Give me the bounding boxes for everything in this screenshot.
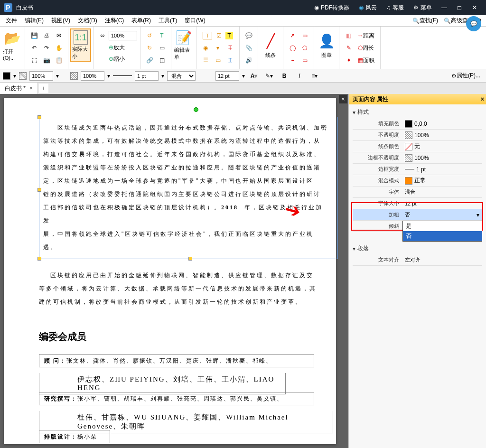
resize-handle-sw[interactable] [37, 257, 41, 261]
line-tool-button[interactable]: ╱ 线条 [260, 28, 281, 62]
properties-button[interactable]: ⚙属性(P)... [449, 70, 483, 82]
fengyun-button[interactable]: ◉风云 [354, 0, 382, 15]
checkbox-button[interactable]: ☑ [213, 30, 224, 41]
polyline-button[interactable]: ⌁ [287, 55, 298, 66]
menu-document[interactable]: 文档(D) [74, 16, 101, 26]
prop-line-color[interactable]: 线条颜色无 [353, 141, 482, 152]
chat-fab-button[interactable]: 💬 [466, 16, 481, 31]
menu-window[interactable]: 窗口(W) [181, 16, 209, 26]
menu-tool[interactable]: 工具(T) [155, 16, 181, 26]
rotate-left-button[interactable]: ↺ [144, 30, 155, 41]
fill-color-picker[interactable] [3, 72, 10, 80]
font-size-input[interactable] [215, 71, 239, 81]
edit-object-button[interactable]: ◫ [156, 55, 168, 66]
find-button[interactable]: 🔍查找(F) [410, 17, 441, 25]
menu-form[interactable]: 表单(R) [128, 16, 155, 26]
pattern-picker[interactable] [19, 72, 27, 80]
edit-text-button[interactable]: T [156, 30, 168, 41]
prop-fill-color[interactable]: 填充颜色0,0,0 [353, 118, 482, 130]
shape-button[interactable]: ✦ [343, 55, 355, 66]
perimeter-button[interactable]: ⬠周长 [355, 42, 377, 54]
zoom-in-button[interactable]: ⊕放大 [106, 42, 128, 53]
dropdown-option-no[interactable]: 否 [403, 231, 482, 241]
clipboard-button[interactable]: 📋 [53, 55, 65, 66]
save-button[interactable]: 💾 [28, 30, 40, 41]
dropdown-option-yes[interactable]: 是 [403, 221, 482, 231]
prop-bold[interactable]: 加粗否▾ [353, 209, 482, 221]
underline-button[interactable]: T [224, 55, 236, 66]
prop-border-width[interactable]: 边框宽度1 pt [353, 164, 482, 175]
pdf-converter-button[interactable]: ◉PDF转换器 [309, 0, 354, 15]
eraser-button[interactable]: ◧ [343, 30, 354, 41]
radio-button[interactable]: ◉ [200, 42, 211, 54]
prop-blend-mode[interactable]: 混合模式正常 [353, 175, 482, 187]
minimize-button[interactable]: — [437, 0, 452, 15]
distance-button[interactable]: ↔距离 [355, 30, 377, 41]
opacity-input-2[interactable] [81, 71, 104, 81]
group-paragraph[interactable]: ▾段落 [353, 243, 482, 254]
arrow-button[interactable]: ↗ [287, 30, 298, 41]
edit-form-button[interactable]: 📝 编辑表单 [173, 28, 194, 62]
bold-button[interactable]: B [279, 70, 290, 82]
cloud-button[interactable]: ▭ [299, 55, 310, 66]
rotate-right-button[interactable]: ↻ [144, 42, 155, 54]
listbox-button[interactable]: ☰ [200, 55, 211, 66]
document-area[interactable]: × 区块链成为近两年热点话题，因其通过分布式数据存储、点对点传输、共识机制、加密… [0, 94, 348, 448]
oval-button[interactable]: ◯ [287, 42, 298, 54]
font-color-button[interactable]: A▾ [248, 70, 260, 82]
stamp-button[interactable]: 👤 图章 [316, 28, 337, 62]
text-field-button[interactable]: T [203, 32, 212, 39]
menu-comment[interactable]: 注释(C) [101, 16, 128, 26]
highlight-button[interactable]: T [225, 32, 233, 39]
prop-text-align[interactable]: 文本对齐左对齐 [353, 254, 482, 266]
prop-border-opacity[interactable]: 边框不透明度100% [353, 152, 482, 164]
button-button[interactable]: ▭ [212, 55, 224, 66]
resize-handle-nw[interactable] [37, 115, 41, 119]
resize-handle-s[interactable] [188, 257, 192, 261]
email-button[interactable]: ✉ [53, 30, 65, 41]
prop-opacity[interactable]: 不透明度100% [353, 130, 482, 141]
prop-font-size[interactable]: 字体大小12 pt [353, 198, 482, 209]
print-button[interactable]: 🖨 [41, 30, 52, 41]
support-button[interactable]: ♫客服 [382, 0, 409, 15]
italic-dropdown[interactable]: 是 否 [402, 221, 482, 242]
edit-image-button[interactable]: ▭ [156, 42, 168, 54]
strikeout-button[interactable]: T [224, 42, 236, 54]
menu-file[interactable]: 文件 [2, 16, 21, 26]
italic-button[interactable]: I [294, 70, 305, 82]
resize-handle-w[interactable] [37, 188, 41, 192]
prop-font[interactable]: 字体混合 [353, 187, 482, 198]
pencil-button[interactable]: ✎ [343, 42, 355, 54]
menu-button[interactable]: ⚙菜单 [409, 0, 437, 15]
redo-button[interactable]: ↷ [41, 42, 52, 54]
tab-whitepaper[interactable]: 白皮书 * × [0, 83, 38, 94]
document-close-button[interactable]: × [339, 95, 347, 103]
select-button[interactable]: ⬚ [28, 55, 40, 66]
add-tab-button[interactable]: + [39, 84, 48, 93]
line-width-input[interactable] [135, 71, 159, 81]
rotation-handle[interactable] [194, 107, 198, 112]
attachment-button[interactable]: 📎 [243, 42, 254, 54]
maximize-button[interactable]: ◻ [452, 0, 467, 15]
area-button[interactable]: ▦面积 [355, 55, 377, 66]
actual-size-button[interactable]: 1:1 实际大小 [70, 28, 91, 62]
dropdown-button[interactable]: ▾ [212, 42, 224, 54]
zoom-input[interactable] [109, 31, 137, 40]
prop-italic[interactable]: 倾斜 是 否 [353, 221, 482, 232]
close-button[interactable]: ✕ [467, 0, 482, 15]
opacity-input-1[interactable] [29, 71, 53, 81]
hand-button[interactable]: ✋ [53, 42, 65, 54]
opacity-2-swatch[interactable] [70, 72, 78, 80]
blend-select[interactable]: 混合 [167, 71, 196, 81]
align-button[interactable]: ≡▾ [309, 70, 320, 82]
sound-button[interactable]: 🔊 [243, 55, 254, 66]
tab-close-button[interactable]: × [29, 85, 33, 92]
text-highlight-button[interactable]: ✎▾ [263, 70, 275, 82]
group-style[interactable]: ▾样式 [353, 106, 482, 118]
rect-button[interactable]: ▭ [299, 30, 310, 41]
undo-button[interactable]: ↶ [28, 42, 40, 54]
link-button[interactable]: 🔗 [144, 55, 155, 66]
zoom-out-button[interactable]: ⊖缩小 [106, 53, 128, 65]
fit-width-button[interactable]: ⬄ [97, 30, 108, 41]
note-button[interactable]: 💬 [243, 30, 254, 41]
